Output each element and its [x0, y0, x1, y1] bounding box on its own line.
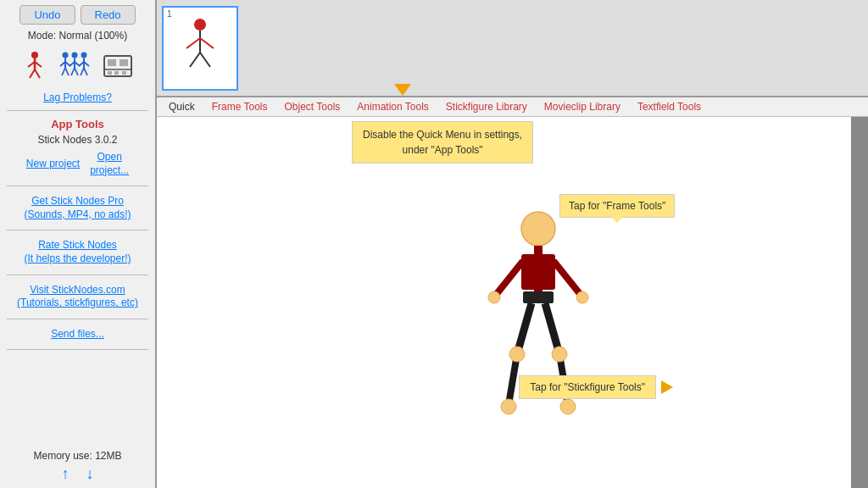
menu-item-stickfigure-library[interactable]: Stickfigure Library — [437, 97, 536, 116]
svg-point-18 — [81, 53, 86, 58]
frame-strip: 1 Tap for "Frame Tools" — [157, 0, 868, 97]
sidebar: Undo Redo Mode: Normal (100%) — [0, 0, 157, 488]
svg-point-34 — [194, 19, 206, 30]
svg-line-22 — [81, 68, 84, 75]
svg-rect-28 — [108, 71, 112, 75]
svg-line-43 — [496, 261, 523, 295]
visit-site-button[interactable]: Visit StickNodes.com(Tutorials, stickfig… — [14, 282, 142, 312]
svg-line-10 — [62, 68, 65, 75]
undo-redo-row: Undo Redo — [7, 5, 148, 25]
svg-rect-29 — [114, 71, 119, 75]
svg-point-6 — [62, 53, 68, 58]
memory-arrow-row: ↑ ↓ — [62, 465, 94, 483]
svg-line-16 — [71, 68, 75, 75]
memory-up-button[interactable]: ↑ — [62, 465, 70, 483]
new-open-row: New project Openproject... — [7, 149, 148, 179]
stickfigure-arrow-right — [661, 380, 673, 394]
menu-item-quick[interactable]: Quick — [160, 97, 203, 116]
quick-menu-tooltip: Disable the Quick Menu in settings, unde… — [352, 121, 533, 164]
svg-line-4 — [30, 69, 35, 78]
svg-point-52 — [509, 347, 525, 362]
sidebar-divider-2 — [7, 186, 148, 186]
undo-button[interactable]: Undo — [19, 5, 75, 25]
right-edge-strip — [851, 117, 868, 488]
menu-item-object-tools[interactable]: Object Tools — [276, 97, 349, 116]
memory-label: Memory use: 12MB — [33, 450, 121, 462]
svg-line-36 — [186, 38, 200, 48]
svg-line-11 — [65, 68, 69, 75]
svg-line-38 — [190, 53, 200, 67]
svg-line-17 — [75, 68, 78, 75]
svg-rect-26 — [120, 59, 128, 66]
sidebar-divider-6 — [7, 349, 148, 350]
memory-down-button[interactable]: ↓ — [86, 465, 94, 483]
svg-line-45 — [554, 261, 581, 295]
stickfigure-icon[interactable] — [20, 48, 49, 86]
menu-item-textfield-tools[interactable]: Textfield Tools — [629, 97, 709, 116]
menu-item-frame-tools[interactable]: Frame Tools — [203, 97, 276, 116]
svg-point-55 — [560, 399, 576, 414]
app-version-label: Stick Nodes 3.0.2 — [37, 134, 117, 146]
svg-point-53 — [552, 347, 567, 362]
frame-tools-tooltip-container: Tap for "Frame Tools" — [394, 84, 411, 96]
menu-item-animation-tools[interactable]: Animation Tools — [348, 97, 437, 116]
svg-rect-30 — [122, 71, 126, 75]
svg-line-23 — [84, 68, 87, 75]
get-pro-button[interactable]: Get Stick Nodes Pro(Sounds, MP4, no ads!… — [20, 193, 134, 223]
sidebar-divider-3 — [7, 230, 148, 230]
svg-point-40 — [521, 212, 555, 246]
filmstrip-icon[interactable] — [100, 52, 136, 83]
sidebar-divider-1 — [7, 110, 148, 111]
stickfigure-tooltip-container: Tap for "Stickfigure Tools" — [519, 375, 673, 399]
main-area: Add frame Copy Delete frame Paste View o… — [157, 0, 868, 488]
frame-tools-arrow-down — [394, 84, 411, 96]
svg-rect-47 — [523, 291, 554, 303]
svg-point-46 — [576, 291, 588, 303]
frame-thumbnail-1[interactable]: 1 — [162, 6, 238, 91]
lag-problems-button[interactable]: Lag Problems? — [43, 92, 112, 103]
svg-line-39 — [200, 53, 210, 67]
mode-label: Mode: Normal (100%) — [7, 30, 148, 42]
frame-number-label: 1 — [167, 9, 172, 19]
menu-bar: Quick Frame Tools Object Tools Animation… — [157, 97, 868, 117]
svg-point-0 — [31, 52, 38, 58]
rate-button[interactable]: Rate Stick Nodes(It helps the developer!… — [20, 237, 134, 267]
stickfigure-tooltip: Tap for "Stickfigure Tools" — [519, 375, 656, 399]
menu-item-movieclip-library[interactable]: Movieclip Library — [536, 97, 629, 116]
open-project-button[interactable]: Openproject... — [86, 149, 132, 179]
svg-point-44 — [488, 291, 500, 303]
frame-tools-tooltip: Tap for "Frame Tools" — [559, 194, 675, 218]
sidebar-divider-5 — [7, 319, 148, 319]
redo-button[interactable]: Redo — [81, 5, 136, 25]
svg-rect-25 — [108, 59, 116, 66]
group-stickfigure-icon[interactable] — [54, 48, 95, 86]
svg-line-5 — [35, 69, 40, 78]
svg-rect-42 — [521, 254, 555, 290]
new-project-button[interactable]: New project — [23, 149, 83, 179]
svg-point-54 — [501, 399, 516, 414]
send-files-button[interactable]: Send files... — [47, 326, 108, 343]
svg-line-37 — [200, 38, 214, 48]
sidebar-divider-4 — [7, 274, 148, 275]
svg-point-12 — [71, 53, 77, 58]
app-tools-title: App Tools — [51, 118, 104, 130]
thumb-stickfigure — [175, 14, 225, 82]
main-canvas[interactable]: Tap for "Stickfigure Tools" — [157, 117, 868, 488]
icon-row — [7, 48, 148, 86]
